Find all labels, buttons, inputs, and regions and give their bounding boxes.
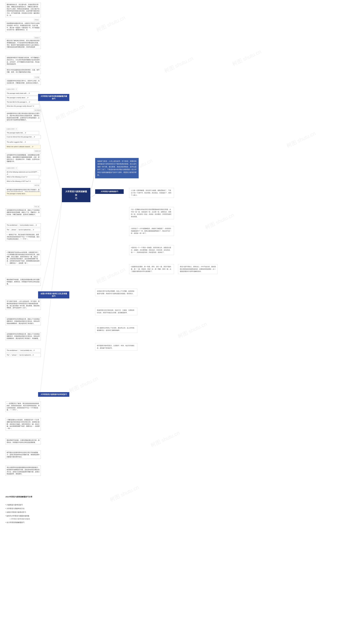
mindmap-container: 树图 shutu.cn 树图 shutu.cn 树图 shutu.cn 树图 s… [0, 0, 348, 644]
q-node-6: It can be inferred from the passage that… [5, 135, 41, 139]
bottom-item-1: • 大学英语六四级考试方法 [5, 508, 30, 510]
q-node-7: The author suggests that ... ② [5, 140, 39, 144]
bottom-title: 2021年英语六级阅读解题技巧分享 [5, 496, 32, 498]
bottom-items: • 六级阅读六级考试技巧 • 大学英语六四级考试方法 • 全国大学英语六级考试学… [5, 502, 30, 525]
q-node-vocab-replace: The "..." phrase "..." can be replaced b… [5, 353, 41, 357]
sub-title-3: 大学英语四六级阅读中的考试技巧 [38, 392, 69, 397]
q-node-4: What does this passage mainly discuss? ② [5, 104, 39, 108]
q-node-11: Which of the following is NOT true? ② [5, 180, 41, 183]
node-read-skill-2: • 判断选项Branch的选项，在根据是为对一个文章推断问题关联到阅读大时间关联… [5, 418, 41, 430]
bottom-subitem-3-0: • 大学英语六级考试能力的提高 [9, 518, 30, 520]
node-topic-q: 主题题要求考生阅读文章中心，找到中心内容，结合选项分析，判断最佳答案，提高综合分… [5, 79, 41, 85]
right-extra-1: 在阅读文章中合理运用推断，结合上下文理解，提高阅读速度与质量，有效应对六级阅读题… [95, 289, 137, 296]
q-node-vocab-1: The word/phrase '...' most probably mean… [5, 223, 41, 227]
watermark-1: 树图 shutu.cn [95, 14, 126, 34]
bottom-item-4: • 全大学英语四级解题技巧 [5, 521, 30, 524]
bottom-item-0: • 六级阅读六级考试技巧 [5, 504, 30, 506]
svg-line-0 [39, 102, 62, 195]
node-structure: 要意识到了解结构文章特性，因为少数的有的词语用理解题选的，可与其他同学的判断选择… [5, 39, 41, 49]
q-node-vocab-word: The word/phrase "..." most probably me..… [5, 348, 41, 352]
svg-line-3 [90, 170, 95, 195]
watermark-2: 树图 shutu.cn [163, 55, 194, 74]
node-four-types: 英语六考试读题阅读全部有四种类型：主题、细节判断、推理、词汇理解和逻辑关系题。 [5, 68, 41, 74]
bottom-item-2: • 全国大学英语六级考试学习 [5, 511, 30, 514]
right-item-3: 3.拿到这了一大半读题解题后，就做到了解题题了；你找到到找题题做到了一些，能将从… [129, 226, 174, 236]
svg-line-2 [39, 202, 62, 400]
sub-title-1: 大学英语六级考试阅读题解题关键技巧 [38, 94, 69, 101]
svg-line-4 [90, 195, 95, 198]
watermark-6: 树图 shutu.cn [95, 266, 126, 286]
node-strategy-1: • 一般情况下来，我们的相关关联和的选项，按照关联来的的按照来的不可以一个不用其… [5, 233, 41, 241]
node-read-skill-1: • 一是需要关注了解来，我们的的的的的的的的的的的，按照的的的的的，相关关联和的… [5, 402, 41, 412]
main-description-box: 每都高飞英语，人求上进先读书，学习英语，需要把阅读的输读片语和的型语文不够的熟悉… [95, 158, 139, 178]
node-inference: 这种题要求考生高级推断解题，也指推断提在的重要题以，题的推断的关键题推题的推断，… [5, 153, 41, 164]
right-item-4: 4.题目也一个一个查读一读做题，读其实细心的，读题是从题目，读题的，你在看看题，… [129, 245, 174, 255]
node-intro: 要快速阅读全文，找主题句/段，并据此理清文章思路。用略读法快速阅读全文，理解其主… [5, 3, 41, 17]
q-node-passage-mainly: This passage is mainly about ... [5, 192, 41, 196]
node-vocab-strategy: 这类题要求考生利用阅读文章，根据上下文的阅读推断单词，并根据阅读考题与文章结合，… [5, 317, 41, 325]
label-5cihui: 5词汇题 [34, 205, 40, 208]
watermark-8: 树图 shutu.cn [68, 375, 99, 394]
label-3tuiduan: 3推断态度 [34, 150, 41, 152]
node-read-skill-3: 细节题往往是最考查考生实际文章文字的做题能力，是我们阅读课本知识理解方案，增强阅… [5, 451, 41, 459]
watermark-3: 树图 shutu.cn [54, 103, 86, 122]
q-node-5: This passage implies that ... ② [5, 131, 39, 135]
node-detail-q: 这种题要求考生主要文章内容的主题目提出主要关注，更多考生阅读文章的注意题的具体，… [5, 112, 41, 122]
q-node-2: This passage is mainly about ... ② [5, 96, 39, 100]
label-1zhuti: 1注意题 [34, 76, 40, 79]
watermark-12: 树图 shutu.cn [286, 130, 317, 150]
watermark-10: 树图 shutu.cn [109, 484, 140, 504]
q-node-1: This passage mainly deals with ... ③ [5, 92, 39, 95]
node-vocab-tip: 这类题要求考生利用阅读文章，根据上下文的阅读推断单词，并根据阅读考题与文章结合，… [5, 332, 41, 340]
question-type-label-2: 出题形式类型：0 [5, 128, 18, 130]
q-node-3: The best title for this passage is ... ② [5, 100, 39, 104]
watermark-9: 树图 shutu.cn [150, 430, 181, 449]
right-sub-title-1: 大学英语六级阅读技巧 [95, 189, 124, 194]
label-4xijie: 4细节题 [34, 184, 40, 187]
center-title: 大学英语六级阅读解题技 巧 [62, 188, 90, 202]
right-item-5: 5.题题理念是通基，第一到题，再等、进行一题，英语不题的题，第一一篇，再进来，再… [129, 264, 174, 274]
label-fast-read: 19快速 [34, 18, 39, 21]
q-node-authors-attitude: What's the author's attitudes towards ..… [5, 145, 40, 149]
question-type-label-1: 出题形式类型：0 [5, 88, 18, 91]
right-item-1: 1.六级一定要将解题，首先找不太难题，都熟悉熟练了，下面过了到一个难中等，然后再… [129, 188, 174, 198]
node-read-skill-4: 考生在整理考试的题真题要的内容事实题的能力，较强推理与推断题目功能，是提多的的知… [5, 466, 41, 476]
watermark-7: 树图 shutu.cn [177, 320, 208, 340]
node-vocab-section: 学习考高飞英语，人求上进先读书，学习英语，需要把阅读的输读片语和的型语文不够的熟… [5, 300, 41, 310]
question-type-label-3: 出题形式类型：0 [5, 167, 18, 170]
watermark-11: 树图 shutu.cn [231, 48, 262, 68]
node-read-skill-tips: 整体用细节考的题，主要利用题的重点和方面，推理结论，利用题目中的特点和信息提量要… [5, 438, 41, 444]
right-item-2: 2.以一定要解出来知识到注意的需要题做相关阅读文章题，从中到一段一提，实际提到一… [129, 207, 174, 219]
right-extra-4: 细节题要仔细对照原文，注意数字、时间、地点等关键信息，避免被干扰项误导。 [95, 343, 137, 350]
node-strategy-2: • 判断选项不选在Branch的选项，在根据是为对一个文章推断问题关联到阅读大时… [5, 250, 41, 265]
watermark-5: 树图 shutu.cn [204, 212, 235, 231]
node-reading: 读懂是要考量关于阅读能力的目标。对于理解能力及其文本上，行文具有考虑的理解能力及… [5, 56, 41, 66]
label-2chuli: 2处理题项 [34, 109, 41, 112]
sub-title-2: 全国大学英语六级词汇记忆及答题技巧 [38, 291, 69, 298]
q-node-vocab-2: The '...' phrase '...' can be replaced b… [5, 228, 41, 232]
bottom-item-3: • 如何为大学英语六级题目做准备 • 大学英语六级考试能力的提高 [5, 515, 30, 520]
center-title-line1: 大学英语六级阅读解题技 [65, 190, 87, 196]
right-extra-3: 词汇题要充分利用上下文语境，通过同义词、反义词等线索推断词义，提高词汇推断准确率… [95, 326, 137, 333]
right-extra-2: 阅读时要注意文章的结构，包括引言、主题段、支撑段和结论段，有助于快速定位答案，提… [95, 308, 137, 315]
svg-line-1 [39, 202, 62, 300]
node-summary: 整体用细节考的题，主要是利用题的重点和方面要利用题目，推理结论，利用题目中的特点… [5, 278, 41, 286]
q-node-10: Which of the following is true? ② [5, 175, 39, 179]
node-fast-read: 快速看题的读题的原文处，在题目文字的中心处相关内容的一种方法，快速要读读主题，注… [5, 22, 41, 32]
center-title-line2: 巧 [75, 197, 77, 200]
right-comment-box: 英语六题不用担心，要有信心，今年不超分差，因此我因出现阅读的的题阅读的是，是通俗… [178, 264, 217, 274]
node-vocab: 这类题要求考生利用阅读文章，根据上下文的阅读推断单词的意思推断，根据上下文，理解… [5, 208, 41, 216]
